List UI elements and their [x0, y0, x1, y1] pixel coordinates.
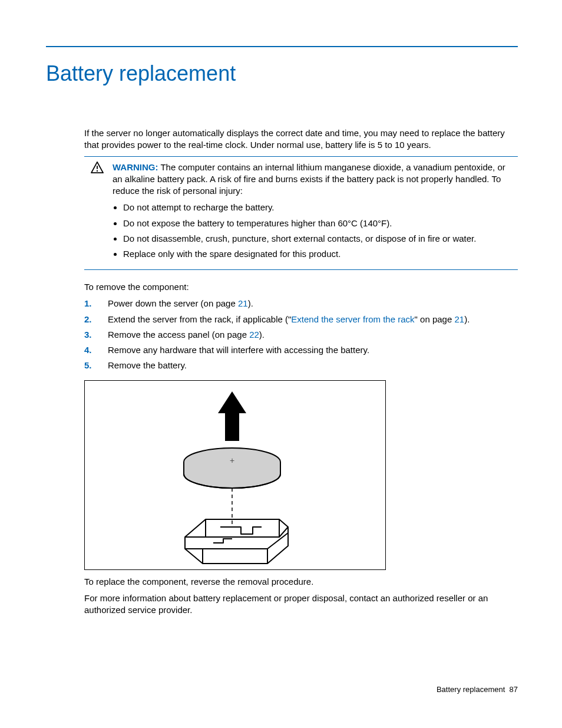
footer-section: Battery replacement: [437, 685, 505, 694]
xref-page-21b[interactable]: 21: [454, 314, 464, 324]
page-footer: Battery replacement 87: [437, 685, 518, 694]
step-3: Remove the access panel (on page 22).: [108, 329, 518, 341]
step-2: Extend the server from the rack, if appl…: [108, 314, 518, 325]
svg-point-1: [97, 170, 98, 171]
warning-box: WARNING: The computer contains an intern…: [84, 156, 518, 271]
warning-bullet: Do not expose the battery to temperature…: [123, 218, 515, 229]
step-1: Power down the server (on page 21).: [108, 298, 518, 309]
remove-label: To remove the component:: [84, 282, 518, 292]
page-title: Battery replacement: [46, 61, 518, 86]
document-page: Battery replacement If the server no lon…: [0, 0, 562, 728]
warning-bullet: Do not disassemble, crush, puncture, sho…: [123, 233, 515, 245]
svg-text:+: +: [230, 456, 234, 465]
step-5: Remove the battery.: [108, 360, 518, 371]
warning-bullet: Replace only with the spare designated f…: [123, 248, 515, 260]
xref-extend-server[interactable]: Extend the server from the rack: [291, 314, 414, 324]
footer-page-number: 87: [510, 685, 518, 694]
warning-text: WARNING: The computer contains an intern…: [113, 162, 515, 197]
intro-paragraph: If the server no longer automatically di…: [84, 127, 518, 151]
warning-label: WARNING:: [113, 162, 158, 172]
battery-removal-diagram: +: [84, 380, 386, 570]
xref-page-21[interactable]: 21: [238, 298, 248, 308]
closing-2: For more information about battery repla…: [84, 592, 518, 617]
body-content: If the server no longer automatically di…: [84, 127, 518, 616]
top-rule: [46, 46, 518, 47]
warning-body: The computer contains an internal lithiu…: [113, 162, 505, 196]
steps-list: Power down the server (on page 21). Exte…: [84, 298, 518, 371]
warning-icon: [91, 165, 104, 175]
xref-page-22[interactable]: 22: [249, 330, 259, 340]
closing-1: To replace the component, reverse the re…: [84, 576, 518, 588]
warning-bullets: Do not attempt to recharge the battery. …: [123, 202, 515, 260]
step-4: Remove any hardware that will interfere …: [108, 344, 518, 356]
warning-bullet: Do not attempt to recharge the battery.: [123, 202, 515, 213]
